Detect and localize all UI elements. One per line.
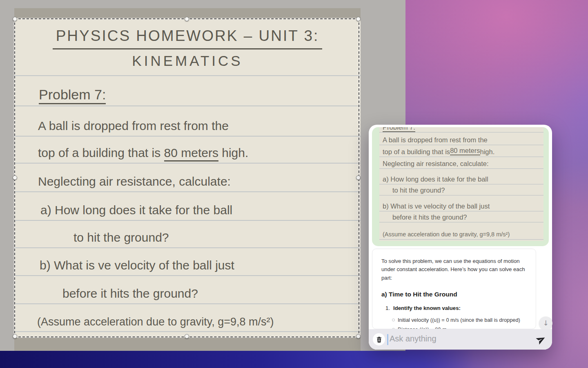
selection-handle[interactable] bbox=[13, 334, 17, 339]
selection-handle[interactable] bbox=[356, 334, 361, 339]
send-icon bbox=[535, 332, 548, 346]
selection-handle[interactable] bbox=[185, 17, 189, 21]
step-title: Identify the known values: bbox=[393, 305, 461, 311]
step-number: 1. bbox=[385, 305, 390, 311]
delete-button[interactable] bbox=[373, 333, 385, 346]
preview-line: A ball is dropped from rest from the bbox=[379, 132, 543, 145]
known-value-item: Initial velocity ((u)) = 0 m/s (since th… bbox=[398, 316, 529, 324]
wallpaper-navy-band bbox=[0, 351, 474, 368]
answer-step: 1.Identify the known values: bbox=[381, 305, 529, 311]
answer-section-heading: a) Time to Hit the Ground bbox=[381, 291, 529, 298]
assistant-popup: Problem 7:A ball is dropped from rest fr… bbox=[369, 125, 552, 350]
scroll-down-button[interactable]: ↓ bbox=[539, 316, 552, 330]
preview-line: (Assume acceleration due to gravity, g=9… bbox=[379, 222, 543, 240]
selection-handle[interactable] bbox=[356, 17, 361, 21]
screenshot-selection-region[interactable] bbox=[14, 18, 359, 337]
image-viewer-backdrop: PHYSICS HOMEWORK – UNIT 3: KINEMATICS Pr… bbox=[0, 0, 405, 351]
preview-line: top of a building that is 80 meters high… bbox=[379, 145, 543, 157]
selection-handle[interactable] bbox=[356, 175, 361, 180]
send-button[interactable] bbox=[536, 334, 547, 345]
known-value-item: Distance ((s)) = 80 m bbox=[398, 326, 529, 329]
chevron-down-icon: ↓ bbox=[543, 319, 548, 327]
trash-icon bbox=[376, 336, 383, 343]
selection-handle[interactable] bbox=[185, 334, 189, 339]
ask-input-bar[interactable]: Ask anything bbox=[369, 329, 552, 350]
text-cursor bbox=[387, 334, 388, 345]
preview-line: Problem 7: bbox=[379, 127, 543, 132]
known-values-list: Initial velocity ((u)) = 0 m/s (since th… bbox=[381, 316, 529, 329]
preview-line: a) How long does it take for the ball bbox=[379, 169, 543, 184]
answer-intro: To solve this problem, we can use the eq… bbox=[381, 257, 529, 282]
preview-line bbox=[379, 240, 543, 241]
assistant-answer: To solve this problem, we can use the eq… bbox=[372, 249, 536, 329]
selection-handle[interactable] bbox=[13, 175, 17, 180]
selection-preview-image: Problem 7:A ball is dropped from rest fr… bbox=[379, 127, 543, 241]
preview-line: before it hits the ground? bbox=[379, 211, 543, 222]
preview-line: Neglecting air resistance, calculate: bbox=[379, 157, 543, 169]
ask-anything-input[interactable]: Ask anything bbox=[390, 334, 437, 343]
selection-preview-frame: Problem 7:A ball is dropped from rest fr… bbox=[372, 127, 549, 246]
preview-line: to hit the ground? bbox=[379, 184, 543, 195]
selection-handle[interactable] bbox=[13, 17, 17, 21]
preview-line: b) What is ve velocity of the ball just bbox=[379, 195, 543, 211]
